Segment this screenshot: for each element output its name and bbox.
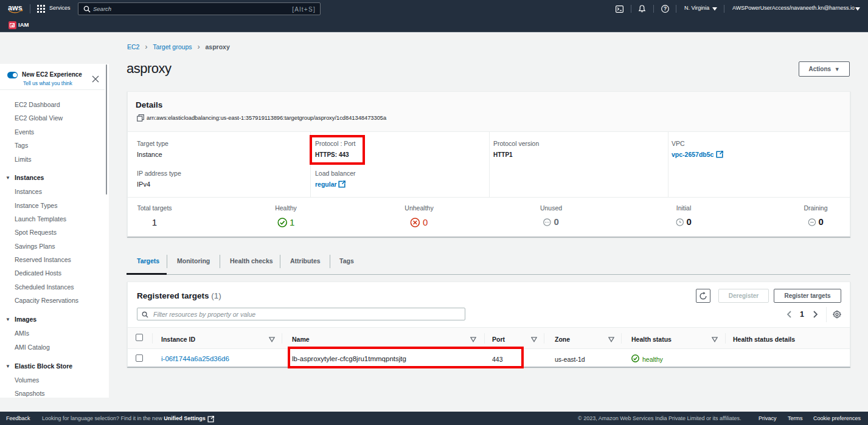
svg-text:aws: aws	[8, 4, 23, 12]
svg-text:?: ?	[664, 5, 667, 12]
